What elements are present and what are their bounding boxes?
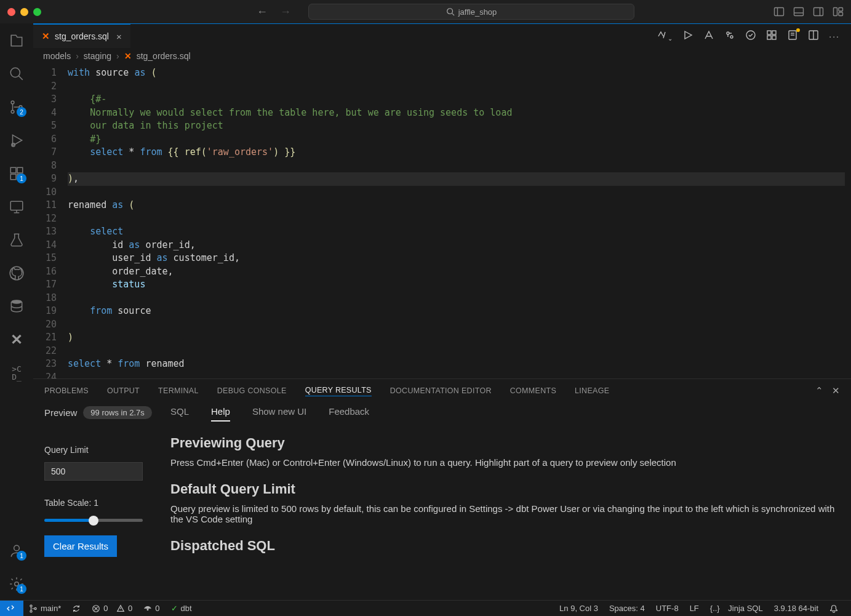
panel-tab-query-results[interactable]: QUERY RESULTS (305, 386, 372, 396)
svg-rect-37 (772, 36, 776, 39)
help-heading: Previewing Query (170, 435, 840, 451)
customize-layout-icon[interactable] (833, 6, 844, 17)
extensions-badge: 1 (17, 174, 26, 183)
svg-line-12 (18, 76, 23, 80)
source-control-icon[interactable]: 2 (8, 98, 25, 116)
dbt-status[interactable]: ✓dbt (166, 604, 198, 613)
panel-tab-documentation-editor[interactable]: DOCUMENTATION EDITOR (390, 386, 492, 395)
preview-label: Preview (44, 407, 77, 418)
panel-collapse-icon[interactable]: ⌃ (815, 385, 823, 396)
svg-rect-2 (775, 8, 784, 16)
nav-back-icon[interactable]: ← (257, 6, 268, 18)
remote-explorer-icon[interactable] (8, 198, 25, 215)
breadcrumb-item[interactable]: stg_orders.sql (137, 51, 191, 61)
panel-tab-problems[interactable]: PROBLEMS (44, 386, 89, 395)
indentation-status[interactable]: Spaces: 4 (604, 604, 650, 613)
git-branch-status[interactable]: main* (23, 604, 66, 613)
database-icon[interactable] (8, 298, 25, 315)
run-icon[interactable] (682, 30, 693, 42)
command-search-input[interactable]: jaffle_shop (308, 4, 634, 20)
settings-badge: 1 (17, 584, 26, 594)
svg-marker-30 (685, 31, 692, 39)
layout-sidebar-right-icon[interactable] (813, 6, 824, 17)
more-actions-icon[interactable]: ··· (829, 31, 840, 41)
panel-close-icon[interactable]: ✕ (832, 385, 840, 396)
check-icon[interactable] (745, 30, 756, 42)
panel-tab-terminal[interactable]: TERMINAL (158, 386, 199, 395)
run-debug-icon[interactable] (8, 132, 25, 149)
table-scale-slider[interactable] (44, 519, 143, 522)
dbt-file-icon: ✕ (42, 31, 50, 42)
panel-tab-debug-console[interactable]: DEBUG CONSOLE (217, 386, 287, 395)
dbt-file-icon: ✕ (124, 51, 132, 61)
query-limit-input[interactable] (44, 462, 143, 481)
result-subtabs: SQLHelpShow new UIFeedback (170, 406, 840, 422)
extensions-icon[interactable]: 1 (8, 165, 25, 182)
svg-point-27 (11, 300, 22, 304)
python-version[interactable]: 3.9.18 64-bit (769, 604, 824, 613)
panel-tab-comments[interactable]: COMMENTS (510, 386, 556, 395)
remote-indicator[interactable] (0, 601, 23, 616)
panel-tab-lineage[interactable]: LINEAGE (575, 386, 609, 395)
code-editor[interactable]: 123456789101112131415161718192021222324 … (33, 64, 851, 378)
close-tab-icon[interactable]: × (116, 31, 122, 42)
subtab-sql[interactable]: SQL (170, 406, 189, 422)
github-icon[interactable] (8, 265, 25, 282)
bottom-panel: PROBLEMSOUTPUTTERMINALDEBUG CONSOLEQUERY… (33, 378, 851, 600)
svg-rect-10 (839, 12, 843, 16)
terminal-prompt-icon[interactable]: >CD_ (8, 364, 25, 382)
tab-stg-orders[interactable]: ✕ stg_orders.sql × (33, 24, 130, 48)
breadcrumb-item[interactable]: models (43, 51, 71, 61)
sync-status[interactable] (66, 604, 86, 613)
svg-rect-20 (10, 174, 16, 180)
compile-icon[interactable] (703, 30, 714, 42)
notifications-icon[interactable] (824, 604, 844, 613)
nav-forward-icon[interactable]: → (280, 6, 291, 18)
svg-rect-4 (794, 8, 804, 16)
clear-results-button[interactable]: Clear Results (44, 535, 117, 557)
minimize-window-button[interactable] (20, 8, 28, 16)
subtab-feedback[interactable]: Feedback (329, 406, 369, 422)
subtab-show-new-ui[interactable]: Show new UI (252, 406, 306, 422)
svg-rect-35 (772, 31, 776, 34)
explorer-icon[interactable] (8, 32, 25, 49)
svg-rect-34 (767, 31, 771, 34)
titlebar: ← → jaffle_shop (0, 0, 851, 23)
accounts-badge: 1 (17, 551, 26, 561)
eol-status[interactable]: LF (684, 604, 705, 613)
svg-rect-22 (10, 201, 23, 210)
panel-tab-output[interactable]: OUTPUT (107, 386, 140, 395)
accounts-icon[interactable]: 1 (8, 542, 25, 559)
test-icon[interactable] (724, 30, 735, 42)
grid-icon[interactable] (766, 30, 777, 42)
svg-point-45 (34, 607, 36, 609)
search-icon (446, 7, 455, 16)
breadcrumb-item[interactable]: staging (84, 51, 111, 61)
dbt-icon[interactable]: ✕ (8, 331, 25, 348)
close-window-button[interactable] (7, 8, 15, 16)
tab-label: stg_orders.sql (55, 31, 109, 41)
search-icon[interactable] (8, 65, 25, 82)
svg-rect-9 (839, 8, 843, 12)
cursor-position[interactable]: Ln 9, Col 3 (554, 604, 604, 613)
breadcrumb[interactable]: models › staging › ✕ stg_orders.sql (33, 48, 851, 64)
split-editor-icon[interactable] (808, 30, 819, 42)
layout-panel-icon[interactable] (793, 6, 804, 17)
layout-sidebar-left-icon[interactable] (773, 6, 785, 17)
panel-tabs: PROBLEMSOUTPUTTERMINALDEBUG CONSOLEQUERY… (33, 379, 851, 402)
ports-status[interactable]: 0 (138, 604, 165, 613)
help-text: Query preview is limited to 500 rows by … (170, 503, 840, 524)
settings-gear-icon[interactable]: 1 (8, 575, 25, 593)
problems-status[interactable]: 0 0 (86, 604, 138, 613)
svg-marker-16 (13, 135, 22, 145)
encoding-status[interactable]: UTF-8 (650, 604, 684, 613)
subtab-help[interactable]: Help (211, 406, 230, 422)
svg-point-28 (14, 545, 20, 551)
language-mode[interactable]: {..} Jinja SQL (705, 604, 769, 613)
maximize-window-button[interactable] (33, 8, 41, 16)
build-icon[interactable]: ⌄ (657, 30, 673, 42)
docs-icon[interactable] (787, 30, 798, 42)
testing-icon[interactable] (8, 231, 25, 249)
status-bar: main* 0 0 0 ✓dbt Ln 9, Col 3 Spaces: 4 U… (0, 600, 851, 616)
svg-rect-18 (10, 167, 16, 173)
